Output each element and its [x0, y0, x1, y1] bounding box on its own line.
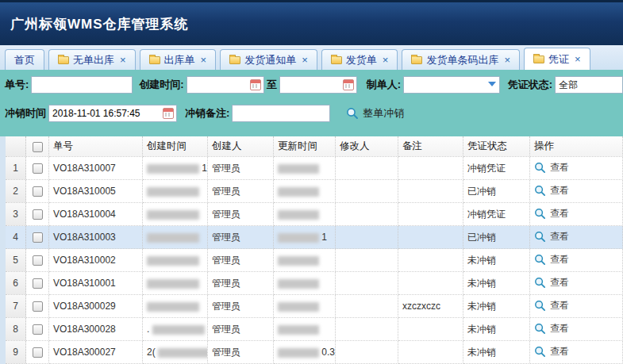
- tab-shipping-barcode-outbound[interactable]: 发货单条码出库×: [402, 49, 520, 70]
- creator-cell: 管理员: [208, 226, 274, 249]
- voucher-status-cell: 未冲销: [463, 341, 530, 364]
- created-time-cell: [143, 272, 208, 295]
- view-button[interactable]: 查看: [534, 184, 569, 197]
- table-row[interactable]: 1VO18A310007 1管理员冲销凭证查看: [6, 157, 623, 180]
- view-label: 查看: [550, 184, 569, 197]
- table-row[interactable]: 9VO18A3000272( 0 1管理员 0.3未冲销查看: [6, 341, 623, 364]
- created-from-input[interactable]: [187, 77, 250, 93]
- order-no-input[interactable]: [31, 76, 133, 94]
- row-checkbox-cell: [26, 249, 49, 272]
- col-modifier[interactable]: 修改人: [336, 136, 398, 157]
- view-button[interactable]: 查看: [534, 230, 569, 243]
- table-row[interactable]: 5VO18A310002管理员未冲销查看: [6, 249, 623, 272]
- view-label: 查看: [550, 207, 569, 220]
- select-all-checkbox[interactable]: [33, 142, 43, 152]
- remark-cell: [398, 226, 463, 249]
- row-checkbox-cell: [26, 226, 49, 249]
- writeoff-time-input[interactable]: [49, 105, 163, 121]
- table-row[interactable]: 7VO18A300029管理员xzczxczc未冲销查看: [6, 295, 623, 318]
- col-created-time[interactable]: 创建时间: [143, 136, 208, 157]
- close-icon[interactable]: ×: [575, 53, 581, 65]
- table-row[interactable]: 8VO18A300028. 1管理员未冲销查看: [6, 318, 623, 341]
- row-checkbox[interactable]: [33, 255, 43, 266]
- row-checkbox[interactable]: [33, 347, 43, 358]
- view-button[interactable]: 查看: [534, 345, 569, 358]
- table-row[interactable]: 4VO18A310003管理员 1已冲销查看: [6, 226, 623, 249]
- writeoff-time-field[interactable]: [48, 105, 177, 122]
- modifier-cell: [336, 180, 398, 203]
- tab-label: 凭证: [548, 52, 569, 67]
- writeoff-time-label: 冲销时间: [5, 106, 46, 121]
- updated-time-cell: 0.3: [274, 341, 336, 364]
- close-icon[interactable]: ×: [383, 54, 389, 66]
- maker-select[interactable]: [403, 76, 500, 94]
- tab-voucher[interactable]: 凭证×: [524, 48, 590, 70]
- close-icon[interactable]: ×: [120, 54, 126, 66]
- tab-label: 首页: [14, 53, 35, 67]
- tab-label: 发货单: [346, 53, 377, 67]
- view-icon: [534, 231, 546, 243]
- voucher-status-cell: 未冲销: [463, 318, 530, 341]
- row-checkbox[interactable]: [33, 232, 43, 243]
- redacted-text: [147, 302, 199, 312]
- tab-shipping-order[interactable]: 发货单×: [321, 49, 398, 70]
- calendar-icon[interactable]: [343, 79, 354, 90]
- updated-time-cell: [274, 295, 336, 318]
- table-row[interactable]: 3VO18A310004管理员冲销凭证查看: [6, 203, 623, 226]
- calendar-icon[interactable]: [250, 79, 261, 90]
- redacted-text: [152, 325, 205, 335]
- order-no-cell: VO18A310004: [49, 203, 143, 226]
- remark-cell: xzczxczc: [398, 295, 463, 318]
- table-row[interactable]: 2VO18A310005管理员已冲销查看: [6, 180, 623, 203]
- view-button[interactable]: 查看: [534, 322, 569, 335]
- row-checkbox[interactable]: [33, 301, 43, 312]
- writeoff-whole-order-button[interactable]: 整单冲销: [346, 106, 404, 121]
- col-order-no[interactable]: 单号: [49, 136, 143, 157]
- close-icon[interactable]: ×: [504, 54, 510, 66]
- row-checkbox[interactable]: [33, 186, 43, 197]
- tab-outbound-order[interactable]: 出库单×: [140, 49, 217, 70]
- remark-cell: [398, 272, 463, 295]
- writeoff-remark-input[interactable]: [232, 105, 330, 122]
- row-checkbox[interactable]: [33, 163, 43, 174]
- action-cell: 查看: [530, 249, 623, 272]
- view-button[interactable]: 查看: [534, 299, 569, 312]
- tab-home[interactable]: 首页: [5, 49, 44, 70]
- visible-fragment: .: [147, 324, 152, 335]
- row-checkbox[interactable]: [33, 324, 43, 335]
- row-checkbox[interactable]: [33, 209, 43, 220]
- creator-cell: 管理员: [208, 157, 274, 180]
- view-button[interactable]: 查看: [534, 276, 569, 289]
- redacted-text: [147, 279, 199, 289]
- redacted-text: [278, 233, 319, 243]
- voucher-status-select[interactable]: 全部: [555, 76, 623, 94]
- modifier-cell: [336, 318, 398, 341]
- col-voucher-status[interactable]: 凭证状态: [463, 136, 530, 157]
- tab-no-order-outbound[interactable]: 无单出库×: [48, 49, 136, 70]
- created-to-field[interactable]: [279, 76, 357, 94]
- remark-cell: [398, 157, 463, 180]
- view-button[interactable]: 查看: [534, 207, 569, 220]
- visible-fragment: 0.3: [319, 347, 335, 358]
- close-icon[interactable]: ×: [201, 54, 207, 66]
- table-row[interactable]: 6VO18A310001管理员未冲销查看: [6, 272, 623, 295]
- view-button[interactable]: 查看: [534, 161, 569, 174]
- chevron-down-icon: [488, 82, 496, 86]
- view-button[interactable]: 查看: [534, 253, 569, 266]
- created-from-field[interactable]: [187, 76, 264, 94]
- view-icon: [534, 277, 546, 289]
- updated-time-cell: [274, 180, 336, 203]
- close-icon[interactable]: ×: [302, 54, 308, 66]
- col-creator[interactable]: 创建人: [208, 136, 274, 157]
- row-checkbox[interactable]: [33, 278, 43, 289]
- row-checkbox-cell: [26, 318, 49, 341]
- tab-shipping-notice[interactable]: 发货通知单×: [220, 49, 317, 70]
- remark-cell: [398, 318, 463, 341]
- col-remark[interactable]: 备注: [398, 136, 463, 157]
- calendar-icon[interactable]: [163, 108, 174, 119]
- created-to-input[interactable]: [280, 77, 343, 93]
- col-updated-time[interactable]: 更新时间: [274, 136, 336, 157]
- col-actions[interactable]: 操作: [530, 136, 623, 157]
- tab-strip: 首页无单出库×出库单×发货通知单×发货单×发货单条码出库×凭证×: [0, 45, 623, 70]
- row-index: 3: [6, 203, 26, 226]
